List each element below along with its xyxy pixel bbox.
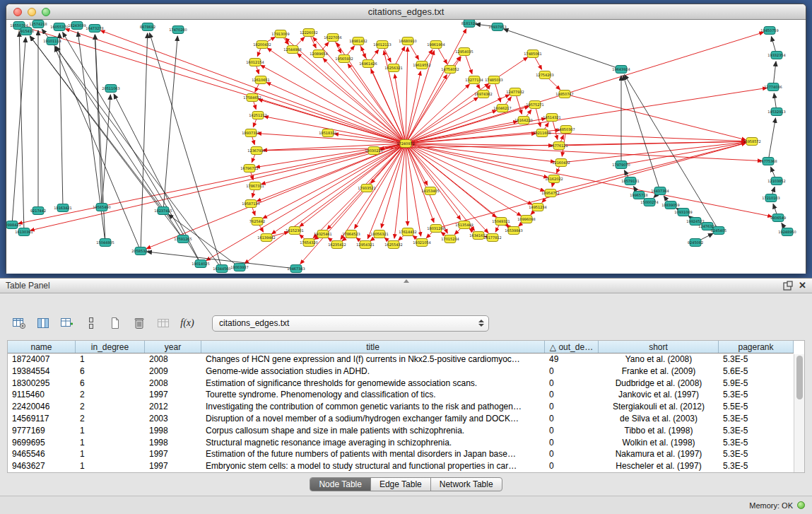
graph-node[interactable]: 19248950 bbox=[778, 228, 796, 236]
scrollbar-thumb[interactable] bbox=[796, 356, 803, 399]
import-table-button[interactable] bbox=[153, 313, 174, 333]
table-row[interactable]: 946362711997Embryonic stem cells: a mode… bbox=[8, 460, 794, 472]
table-row[interactable]: 1938455462009Genome-wide association stu… bbox=[8, 366, 794, 378]
graph-node[interactable]: 15044805 bbox=[96, 239, 114, 247]
graph-node[interactable]: 16055370 bbox=[50, 23, 68, 31]
network-table-select[interactable]: citations_edges.txt bbox=[212, 315, 489, 332]
graph-node[interactable]: 19565490 bbox=[93, 204, 110, 211]
graph-node[interactable]: 18954752 bbox=[541, 189, 559, 197]
graph-node[interactable]: 16012154 bbox=[246, 59, 264, 66]
graph-node[interactable]: 19332354 bbox=[767, 52, 785, 59]
function-builder-button[interactable]: f(x) bbox=[177, 313, 198, 333]
graph-node[interactable]: 17979070 bbox=[612, 161, 630, 169]
graph-node[interactable]: 7625442 bbox=[249, 218, 265, 226]
table-row[interactable]: 2242004622012Investigating the contribut… bbox=[8, 401, 794, 413]
graph-node[interactable]: 17654320 bbox=[300, 239, 317, 247]
graph-node[interactable]: 12160432 bbox=[552, 159, 570, 167]
graph-node[interactable]: 12544908 bbox=[283, 46, 301, 54]
graph-node[interactable]: 18450759 bbox=[760, 27, 778, 35]
graph-node[interactable]: 19325461 bbox=[314, 230, 331, 238]
column-header-title[interactable]: title bbox=[201, 341, 545, 353]
graph-node[interactable]: 19575271 bbox=[526, 101, 543, 109]
graph-node[interactable]: 14951234 bbox=[529, 204, 546, 211]
graph-node[interactable]: 12574218 bbox=[29, 21, 47, 28]
graph-node[interactable]: 16152301 bbox=[286, 227, 303, 235]
graph-node[interactable]: 18003937 bbox=[230, 264, 248, 271]
float-panel-icon[interactable] bbox=[783, 281, 793, 291]
table-row[interactable]: 1872400712008Changes of HCN gene express… bbox=[8, 354, 794, 366]
graph-node[interactable]: 16164220 bbox=[514, 117, 532, 124]
graph-node[interactable]: 9245405 bbox=[711, 227, 726, 235]
graph-node[interactable]: 14754052 bbox=[441, 66, 459, 74]
table-row[interactable]: 911546021997Tourette syndrome. Phenomeno… bbox=[8, 389, 794, 401]
minimize-window-button[interactable] bbox=[28, 8, 36, 16]
graph-node[interactable]: 17584652 bbox=[243, 94, 261, 102]
memory-indicator-icon[interactable] bbox=[797, 501, 805, 509]
graph-node[interactable]: 19587133 bbox=[242, 200, 259, 208]
graph-node[interactable]: 18031298 bbox=[427, 225, 445, 233]
graph-node[interactable]: 16539843 bbox=[505, 227, 522, 235]
tab-node-table[interactable]: Node Table bbox=[310, 478, 371, 491]
graph-node[interactable]: 16796712 bbox=[240, 165, 258, 173]
row-height-button[interactable] bbox=[81, 313, 102, 333]
graph-node[interactable]: 18839059 bbox=[661, 201, 679, 209]
graph-node[interactable]: 19101114 bbox=[43, 37, 61, 45]
graph-node[interactable]: 19012113 bbox=[373, 41, 391, 49]
table-settings-button[interactable] bbox=[8, 313, 30, 333]
graph-node[interactable]: 17485061 bbox=[524, 50, 541, 58]
graph-node[interactable]: 17933521 bbox=[358, 185, 375, 192]
graph-node[interactable]: 15049321 bbox=[492, 218, 510, 226]
column-header-year[interactable]: year bbox=[145, 341, 201, 353]
delete-table-button[interactable] bbox=[129, 313, 150, 333]
graph-node[interactable]: 16130391 bbox=[15, 228, 33, 236]
graph-node[interactable]: 19014025 bbox=[192, 260, 209, 268]
graph-node[interactable]: 13277134 bbox=[465, 76, 483, 84]
graph-node[interactable]: 16344560 bbox=[213, 265, 230, 273]
column-header-in_degree[interactable]: in_degree bbox=[76, 341, 145, 353]
graph-node[interactable]: 16437384 bbox=[651, 187, 669, 195]
graph-node[interactable]: 19619552 bbox=[413, 62, 430, 69]
graph-node[interactable]: 12226032 bbox=[300, 29, 317, 37]
graph-node[interactable]: 10998421 bbox=[6, 221, 21, 229]
network-window-titlebar[interactable]: citations_edges.txt bbox=[6, 4, 806, 20]
graph-node[interactable]: 19643924 bbox=[612, 66, 630, 74]
graph-node[interactable]: 20511063 bbox=[102, 85, 119, 93]
graph-node[interactable]: 14850307 bbox=[557, 126, 575, 134]
graph-node[interactable]: 15000274 bbox=[640, 199, 658, 206]
graph-node[interactable]: 9915416 bbox=[18, 28, 34, 35]
graph-node[interactable]: 17614432 bbox=[399, 228, 416, 236]
graph-node[interactable]: 14532913 bbox=[767, 108, 785, 116]
graph-node[interactable]: 16473278 bbox=[86, 25, 103, 33]
table-row[interactable]: 977716911998Corpus callosum shape and si… bbox=[8, 425, 794, 437]
graph-node[interactable]: 18237415 bbox=[154, 207, 172, 215]
graph-node[interactable]: 17913009 bbox=[271, 30, 289, 38]
graph-node[interactable]: 16235412 bbox=[328, 241, 346, 249]
graph-node[interactable]: 18518321 bbox=[319, 129, 336, 137]
select-columns-button[interactable] bbox=[33, 313, 54, 333]
graph-node[interactable]: 18937317 bbox=[242, 129, 259, 137]
graph-node[interactable]: 10467343 bbox=[287, 265, 305, 273]
graph-node[interactable]: 17015234 bbox=[441, 235, 459, 243]
graph-node[interactable]: 15135449 bbox=[455, 221, 473, 229]
graph-node[interactable]: 16680910 bbox=[399, 37, 416, 45]
new-document-button[interactable] bbox=[105, 313, 126, 333]
graph-node[interactable]: 8878692 bbox=[140, 23, 155, 31]
graph-node[interactable]: 19565932 bbox=[335, 55, 353, 63]
graph-node[interactable]: 16776121 bbox=[550, 142, 567, 150]
table-panel-header[interactable]: Table Panel ✕ bbox=[0, 278, 812, 293]
graph-node[interactable]: 14251212 bbox=[249, 112, 266, 119]
graph-node[interactable]: 17485033 bbox=[485, 76, 502, 84]
graph-node[interactable]: 9806549 bbox=[770, 214, 786, 222]
column-header-out_de[interactable]: △ out_de… bbox=[545, 341, 599, 353]
graph-node[interactable]: 14850747 bbox=[555, 90, 573, 98]
network-view-canvas[interactable]: 1724097218200432160121541261065117584652… bbox=[6, 20, 806, 274]
table-row[interactable]: 946554611997Estimation of the future num… bbox=[8, 448, 794, 460]
graph-node[interactable]: 15958572 bbox=[743, 138, 760, 146]
graph-node[interactable]: 9217442 bbox=[30, 207, 46, 215]
column-header-name[interactable]: name bbox=[8, 341, 76, 353]
close-panel-icon[interactable]: ✕ bbox=[799, 281, 806, 291]
graph-node[interactable]: 16162022 bbox=[545, 175, 563, 183]
graph-node[interactable]: 18163421 bbox=[54, 204, 71, 212]
graph-node[interactable]: 17210103 bbox=[762, 194, 779, 202]
graph-node[interactable]: 12367918 bbox=[247, 147, 265, 155]
